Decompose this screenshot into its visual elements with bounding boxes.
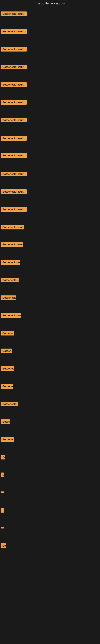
bottleneck-row: Bottleneck result bbox=[1, 100, 27, 106]
bottleneck-row: Bottleneck result bbox=[1, 12, 27, 17]
bottleneck-row: Bottleneck result bbox=[1, 64, 27, 70]
bottleneck-badge: Bottler bbox=[1, 420, 10, 424]
bottleneck-badge: Bottleneck resu bbox=[1, 313, 21, 318]
bottleneck-badge: Bottleneck bbox=[1, 437, 14, 442]
bottleneck-row: Bottleneck result bbox=[1, 118, 27, 123]
bottleneck-badge: Bottleneck result bbox=[1, 190, 27, 194]
bottleneck-badge: Bottleneck result bbox=[1, 136, 27, 141]
bottleneck-row: Bottleneck result bbox=[1, 242, 23, 248]
bottleneck-badge: Bottleneck result bbox=[1, 260, 20, 265]
bottleneck-row: Bottleneck resu bbox=[1, 313, 21, 318]
bottleneck-row: Bottleneck result bbox=[1, 82, 27, 88]
bottleneck-row: B bbox=[1, 472, 4, 478]
bottleneck-badge: Bottleneck result bbox=[1, 172, 27, 176]
bottleneck-badge: | bbox=[1, 508, 4, 512]
bottleneck-row: Bottleneck r bbox=[1, 296, 16, 301]
bottleneck-badge: Bottleneck result bbox=[1, 225, 24, 230]
bottleneck-row: Bottleneck re bbox=[1, 402, 18, 407]
bottleneck-badge: Bottleneck result bbox=[1, 207, 27, 212]
bottleneck-badge: Bottleneck result bbox=[1, 12, 27, 16]
bottleneck-badge: Bot bbox=[1, 544, 6, 548]
bottleneck-badge: Bottleneck result bbox=[1, 278, 19, 282]
bottleneck-row: Bottleneck result bbox=[1, 260, 20, 266]
bottleneck-badge: Bottleneck re bbox=[1, 402, 18, 406]
bottleneck-badge: Bottleneck bbox=[1, 331, 14, 336]
bottleneck-row: Bo bbox=[1, 455, 5, 460]
bottleneck-badge: Bottleneck result bbox=[1, 82, 27, 87]
bottleneck-badge: Bottleneck result bbox=[1, 47, 27, 52]
bottleneck-badge: Bottleneck result bbox=[1, 64, 27, 69]
bottleneck-row: Bot bbox=[1, 544, 6, 549]
bottleneck-row: Bottleneck result bbox=[1, 172, 27, 177]
bottleneck-badge: Bottleneck result bbox=[1, 153, 27, 158]
bottleneck-row: Bottleneck result bbox=[1, 278, 19, 283]
bottleneck-row: Bottleneck result bbox=[1, 47, 27, 52]
bottleneck-badge: Bo bbox=[1, 455, 5, 460]
bottleneck-row: | bbox=[1, 508, 4, 514]
bottleneck-row: Bottlene bbox=[1, 348, 12, 354]
bottleneck-badge bbox=[1, 527, 4, 528]
bottleneck-row bbox=[1, 526, 4, 529]
bottleneck-row: Bottleneck bbox=[1, 366, 14, 372]
site-title: TheBottlenecker.com bbox=[0, 0, 100, 6]
bottleneck-badge: Bottleneck result bbox=[1, 100, 27, 105]
bottleneck-row: Bottleneck bbox=[1, 437, 14, 442]
bottleneck-row bbox=[1, 490, 4, 494]
bottleneck-badge bbox=[1, 492, 4, 493]
bottleneck-row: Bottleneck result bbox=[1, 225, 24, 230]
bottleneck-row: Bottleneck result bbox=[1, 190, 27, 195]
bottleneck-row: Bottleneck result bbox=[1, 136, 27, 142]
bottleneck-badge: B bbox=[1, 472, 4, 477]
bottleneck-badge: Bottleneck result bbox=[1, 242, 23, 247]
bottleneck-row: Bottleneck bbox=[1, 331, 14, 336]
bottleneck-badge: Bottleneck r bbox=[1, 296, 16, 300]
bottleneck-badge: Bottleneck result bbox=[1, 118, 27, 122]
bottleneck-row: Bottleneck result bbox=[1, 29, 27, 34]
bottleneck-badge: Bottlenec bbox=[1, 384, 13, 388]
bottleneck-badge: Bottleneck bbox=[1, 366, 14, 371]
bottleneck-row: Bottleneck result bbox=[1, 153, 27, 158]
bottleneck-row: Bottleneck result bbox=[1, 207, 27, 212]
bottleneck-badge: Bottlene bbox=[1, 348, 12, 353]
bottleneck-row: Bottler bbox=[1, 420, 10, 425]
bottleneck-badge: Bottleneck result bbox=[1, 29, 27, 34]
bottleneck-row: Bottlenec bbox=[1, 384, 13, 390]
